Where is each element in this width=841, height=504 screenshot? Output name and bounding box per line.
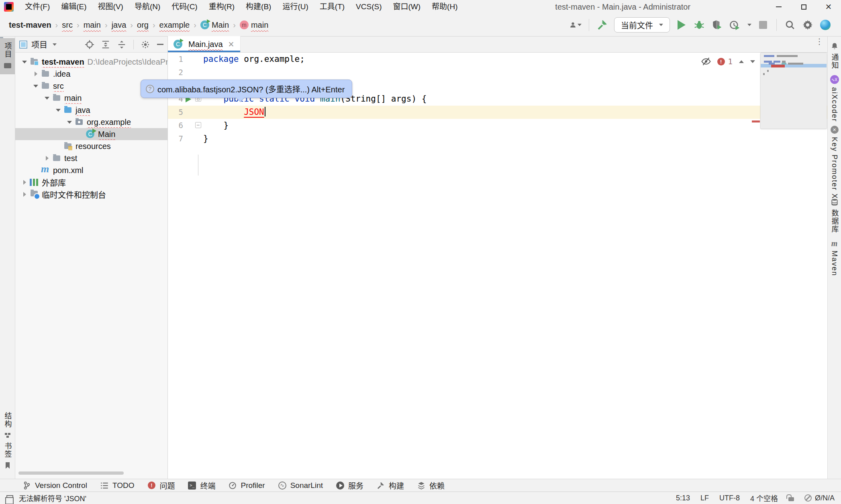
code-editor[interactable]: ! 1 1package org.example;23public <box>168 53 827 478</box>
tool-window-button-dependencies[interactable]: 依赖 <box>417 480 445 491</box>
coverage-widget[interactable]: Ø/N/A <box>804 494 835 502</box>
menu-item[interactable]: 文件(F) <box>19 0 55 14</box>
run-with-coverage-button[interactable] <box>711 19 723 31</box>
project-panel-title[interactable]: 项目 <box>31 39 47 50</box>
chevron-down-icon[interactable] <box>53 43 57 46</box>
indent-setting[interactable]: 4 个空格 <box>750 493 778 503</box>
user-profile-button[interactable] <box>570 19 582 31</box>
run-button[interactable] <box>676 19 688 31</box>
stripe-button-database[interactable]: 数据库 <box>828 198 841 233</box>
tool-window-button-todo[interactable]: TODO <box>100 481 135 490</box>
breadcrumb-item[interactable]: test-maven <box>9 20 51 30</box>
debug-button[interactable] <box>693 19 705 31</box>
profiler-run-button[interactable] <box>729 19 741 31</box>
previous-error-icon[interactable] <box>739 60 744 63</box>
tool-window-button-services[interactable]: 服务 <box>336 480 363 491</box>
chevron-down-icon[interactable] <box>19 61 30 63</box>
breadcrumb-item[interactable]: example <box>159 20 190 30</box>
line-separator[interactable]: LF <box>700 494 709 502</box>
highlight-off-eye-icon[interactable] <box>701 57 711 66</box>
menu-item[interactable]: 窗口(W) <box>387 0 426 14</box>
tree-item-resources[interactable]: resources <box>15 140 167 152</box>
tool-window-button-problems[interactable]: !问题 <box>147 480 175 491</box>
stripe-button-aixcoder[interactable]: ∿X aiXcoder <box>828 75 841 122</box>
chevron-right-icon[interactable] <box>19 192 30 197</box>
gear-icon[interactable] <box>141 40 150 49</box>
caret-position[interactable]: 5:13 <box>676 494 690 502</box>
tool-window-button-sonarlint[interactable]: ∿SonarLint <box>278 481 323 490</box>
menu-item[interactable]: VCS(S) <box>350 0 387 14</box>
tree-item-Main[interactable]: Main <box>15 128 167 140</box>
error-stripe-mark[interactable] <box>752 120 760 122</box>
search-everywhere-button[interactable] <box>784 19 796 31</box>
chevron-down-icon[interactable] <box>31 85 41 88</box>
chevron-right-icon[interactable] <box>19 180 30 185</box>
stripe-button-notifications[interactable]: 通知 <box>828 42 841 69</box>
menu-item[interactable]: 代码(C) <box>166 0 203 14</box>
locate-file-icon[interactable] <box>85 40 94 49</box>
expand-all-icon[interactable] <box>101 40 110 49</box>
chevron-right-icon[interactable] <box>31 71 41 76</box>
settings-button[interactable] <box>802 19 814 31</box>
fold-marker-icon[interactable]: − <box>195 122 201 128</box>
file-encoding[interactable]: UTF-8 <box>719 494 740 502</box>
breadcrumb-item[interactable]: main <box>84 20 101 30</box>
tree-item-.idea[interactable]: .idea <box>15 68 167 80</box>
stripe-button-project[interactable]: 项目 <box>0 38 15 74</box>
menu-item[interactable]: 工具(T) <box>314 0 350 14</box>
menu-item[interactable]: 运行(U) <box>277 0 314 14</box>
tool-window-button-branch[interactable]: Version Control <box>22 481 87 490</box>
stripe-button-maven[interactable]: m Maven <box>828 239 841 276</box>
chevron-down-icon[interactable] <box>53 109 63 112</box>
tool-window-button-profiler[interactable]: Profiler <box>228 481 265 490</box>
chevron-right-icon[interactable] <box>42 156 52 161</box>
run-configuration-select[interactable]: 当前文件 <box>614 17 670 33</box>
stop-button[interactable] <box>757 19 769 31</box>
menu-item[interactable]: 导航(N) <box>129 0 166 14</box>
horizontal-scrollbar[interactable] <box>18 471 124 475</box>
minimize-button[interactable] <box>766 0 791 14</box>
stripe-button-structure[interactable]: 结构 <box>0 412 15 439</box>
readonly-lock-icon[interactable] <box>788 497 794 501</box>
breadcrumb-item[interactable]: CMain <box>200 20 229 30</box>
build-project-button[interactable] <box>596 19 608 31</box>
ide-plugin-sphere-button[interactable] <box>819 19 831 31</box>
error-badge-icon[interactable]: ! <box>717 58 725 65</box>
editor-options-kebab-icon[interactable]: ⋮ <box>815 40 822 43</box>
code-line-6[interactable]: 6− } <box>168 119 827 132</box>
hide-panel-icon[interactable] <box>157 44 163 45</box>
tool-window-button-terminal[interactable]: >_终端 <box>188 480 215 491</box>
code-line-7[interactable]: 7} <box>168 132 827 145</box>
tree-item-xxxxxxxx[interactable]: 临时文件和控制台 <box>15 188 167 200</box>
code-line-5[interactable]: 5 JSON <box>168 106 827 119</box>
code-minimap[interactable] <box>760 53 827 129</box>
code-line-2[interactable]: 2 <box>168 66 827 79</box>
tree-item-test[interactable]: test <box>15 152 167 164</box>
tree-item-xxx[interactable]: 外部库 <box>15 176 167 188</box>
menu-item[interactable]: 编辑(E) <box>55 0 92 14</box>
close-button[interactable]: ✕ <box>816 0 841 14</box>
breadcrumb-item[interactable]: java <box>112 20 127 30</box>
restore-layout-icon[interactable] <box>6 495 13 501</box>
breadcrumb-item[interactable]: mmain <box>240 20 268 30</box>
maximize-button[interactable] <box>791 0 816 14</box>
menu-item[interactable]: 重构(R) <box>203 0 240 14</box>
breadcrumb-item[interactable]: org <box>137 20 149 30</box>
breadcrumb-item[interactable]: src <box>62 20 73 30</box>
tab-main-java[interactable]: C Main.java ✕ <box>168 36 241 52</box>
chevron-down-icon[interactable] <box>64 121 75 124</box>
tree-item-pom.xml[interactable]: pom.xml <box>15 164 167 176</box>
chevron-down-icon[interactable] <box>747 24 751 26</box>
next-error-icon[interactable] <box>750 60 755 63</box>
tab-close-icon[interactable]: ✕ <box>228 40 235 49</box>
tree-item-org.example[interactable]: org.example <box>15 116 167 128</box>
tree-item-java[interactable]: java <box>15 104 167 116</box>
chevron-down-icon[interactable] <box>42 97 52 100</box>
menu-item[interactable]: 构建(B) <box>240 0 277 14</box>
tree-item-test-maven[interactable]: test-mavenD:\IdeaProjects\IdeaProje <box>15 56 167 68</box>
menu-item[interactable]: 视图(V) <box>92 0 129 14</box>
stripe-button-bookmarks[interactable]: 书签 <box>0 442 15 469</box>
collapse-all-icon[interactable] <box>117 40 126 49</box>
import-suggestion-tooltip[interactable]: ? com.alibaba.fastjson2.JSON? (多重选择...) … <box>141 80 352 98</box>
stripe-button-key-promoter[interactable]: ✕ Key Promoter X <box>828 126 841 199</box>
